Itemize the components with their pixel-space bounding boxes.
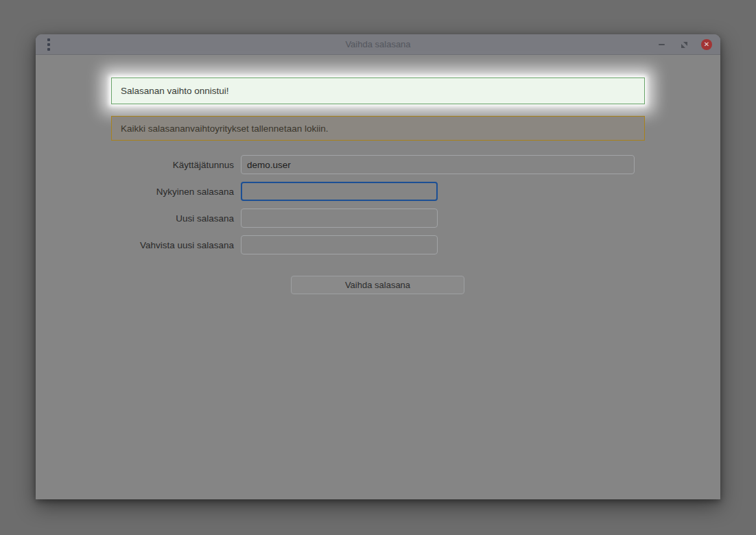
current-password-row: Nykyinen salasana	[36, 182, 720, 201]
warning-message-text: Kaikki salasananvaihtoyritykset tallenne…	[121, 123, 328, 134]
success-message-text: Salasanan vaihto onnistui!	[121, 86, 229, 96]
close-icon[interactable]: ✕	[701, 39, 712, 50]
window-controls: ✕	[656, 34, 712, 55]
new-password-row: Uusi salasana	[36, 209, 720, 228]
current-password-label: Nykyinen salasana	[36, 187, 241, 197]
minimize-icon[interactable]	[656, 39, 667, 50]
new-password-label: Uusi salasana	[36, 213, 241, 224]
titlebar[interactable]: Vaihda salasana ✕	[36, 34, 720, 55]
change-password-button[interactable]: Vaihda salasana	[291, 276, 464, 294]
username-input[interactable]	[241, 155, 635, 174]
username-label: Käyttäjätunnus	[36, 160, 241, 170]
new-password-input[interactable]	[241, 209, 438, 228]
warning-message: Kaikki salasananvaihtoyritykset tallenne…	[111, 116, 645, 141]
change-password-window: Vaihda salasana ✕ Salasanan vaihto onnis…	[36, 34, 720, 499]
window-body: Salasanan vaihto onnistui! Kaikki salasa…	[36, 55, 720, 499]
confirm-password-input[interactable]	[241, 235, 438, 254]
success-message: Salasanan vaihto onnistui!	[111, 78, 645, 104]
current-password-input[interactable]	[241, 182, 438, 201]
password-form: Käyttäjätunnus Nykyinen salasana Uusi sa…	[36, 155, 720, 262]
desktop-background: Vaihda salasana ✕ Salasanan vaihto onnis…	[0, 0, 756, 535]
confirm-password-label: Vahvista uusi salasana	[36, 240, 241, 250]
restore-icon[interactable]	[678, 39, 689, 50]
window-title: Vaihda salasana	[36, 39, 720, 49]
confirm-password-row: Vahvista uusi salasana	[36, 235, 720, 254]
username-row: Käyttäjätunnus	[36, 155, 720, 174]
